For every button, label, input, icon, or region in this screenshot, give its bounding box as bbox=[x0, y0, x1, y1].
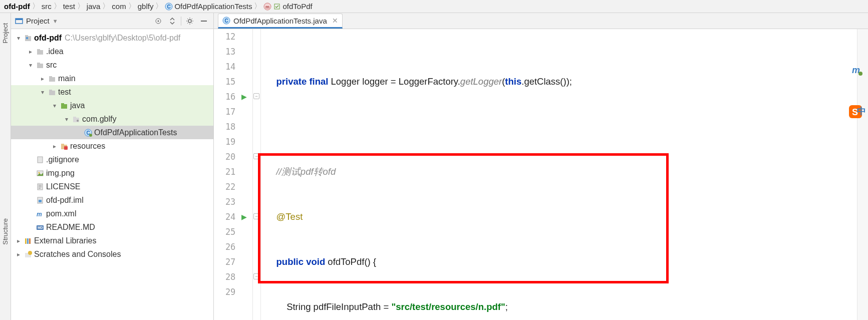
chevron-right-icon: 〉 bbox=[54, 2, 61, 11]
svg-text:m: m bbox=[37, 211, 42, 218]
tree-node-selected[interactable]: COfdPdfApplicationTests bbox=[11, 126, 213, 139]
svg-text:MD: MD bbox=[38, 226, 43, 229]
maven-icon: m bbox=[35, 210, 45, 218]
dropdown-icon[interactable]: ▼ bbox=[53, 18, 58, 24]
run-gutter[interactable]: ▶ ▶ bbox=[240, 29, 252, 320]
chevron-down-icon[interactable]: ▾ bbox=[62, 116, 71, 123]
tree-node[interactable]: ▾test bbox=[11, 85, 213, 99]
class-icon: C bbox=[165, 3, 173, 11]
svg-text:C: C bbox=[167, 4, 171, 10]
chevron-down-icon[interactable]: ▾ bbox=[50, 102, 59, 109]
project-sidebar: Project ▼ ▾ofd-pdfC:\Users\gblfy\Desktop… bbox=[11, 13, 214, 320]
chevron-down-icon[interactable]: ▾ bbox=[38, 89, 47, 96]
fold-icon[interactable]: − bbox=[253, 213, 259, 219]
tree-node-root[interactable]: ▾ofd-pdfC:\Users\gblfy\Desktop\5\ofd-pdf bbox=[11, 31, 213, 45]
tree-label: LICENSE bbox=[45, 182, 80, 191]
run-test-icon[interactable]: ▶ bbox=[241, 93, 247, 101]
tree-node[interactable]: ▾src bbox=[11, 58, 213, 72]
fold-icon[interactable]: − bbox=[253, 273, 259, 279]
svg-rect-33 bbox=[38, 157, 43, 163]
folder-icon bbox=[35, 61, 45, 69]
tree-node[interactable]: img.png bbox=[11, 166, 213, 180]
breadcrumb-item[interactable]: test bbox=[63, 2, 75, 11]
ime-lang-icon[interactable]: 中 bbox=[857, 105, 866, 117]
svg-rect-18 bbox=[49, 77, 55, 82]
breadcrumb-item[interactable]: ofdToPdf bbox=[282, 2, 312, 11]
separator bbox=[181, 17, 181, 26]
svg-rect-19 bbox=[49, 76, 52, 78]
breadcrumb-item[interactable]: gblfy bbox=[138, 2, 154, 11]
tree-node[interactable]: ▾java bbox=[11, 99, 213, 112]
image-icon bbox=[35, 169, 45, 177]
tree-node[interactable]: ▸main bbox=[11, 72, 213, 85]
breadcrumb-item[interactable]: ofd-pdf bbox=[4, 2, 30, 11]
tree-node[interactable]: LICENSE bbox=[11, 180, 213, 193]
run-test-icon[interactable]: ▶ bbox=[241, 213, 247, 221]
editor-tabbar: C OfdPdfApplicationTests.java ✕ bbox=[214, 13, 868, 29]
tree-node[interactable]: mpom.xml bbox=[11, 207, 213, 220]
structure-tool-button[interactable]: Structure bbox=[2, 218, 9, 245]
svg-rect-20 bbox=[49, 91, 55, 95]
tree-label: Scratches and Consoles bbox=[33, 250, 121, 259]
class-icon: C bbox=[83, 129, 93, 137]
svg-rect-31 bbox=[61, 144, 64, 145]
svg-text:C: C bbox=[224, 18, 228, 24]
tree-node[interactable]: MDREADME.MD bbox=[11, 220, 213, 234]
tree-label: main bbox=[57, 74, 76, 83]
chevron-down-icon[interactable]: ▾ bbox=[26, 62, 35, 69]
editor-gutter[interactable]: 12 13 14 15 16 17 18 19 20 21 22 23 24 2… bbox=[214, 29, 253, 320]
hide-icon[interactable] bbox=[198, 16, 209, 27]
chevron-right-icon[interactable]: ▸ bbox=[14, 251, 23, 258]
tree-label: java bbox=[69, 101, 85, 110]
close-icon[interactable]: ✕ bbox=[332, 17, 338, 25]
svg-point-53 bbox=[858, 72, 862, 76]
chevron-right-icon: 〉 bbox=[102, 2, 110, 11]
breadcrumb-item[interactable]: OfdPdfApplicationTests bbox=[174, 2, 252, 11]
resources-folder-icon bbox=[59, 142, 69, 150]
breadcrumb[interactable]: ofd-pdf 〉 src 〉 test 〉 java 〉 com 〉 gblf… bbox=[0, 0, 868, 13]
editor: C OfdPdfApplicationTests.java ✕ 12 13 14… bbox=[214, 13, 868, 320]
chevron-right-icon[interactable]: ▸ bbox=[14, 237, 23, 244]
svg-rect-16 bbox=[37, 64, 43, 68]
fold-icon[interactable]: − bbox=[253, 93, 259, 99]
folder-icon bbox=[35, 48, 45, 56]
tree-node-scratches[interactable]: ▸Scratches and Consoles bbox=[11, 247, 213, 261]
tree-label: resources bbox=[69, 142, 105, 151]
settings-icon[interactable] bbox=[184, 16, 195, 27]
module-icon bbox=[23, 34, 33, 42]
select-opened-file-icon[interactable] bbox=[153, 16, 164, 27]
fold-gutter[interactable]: − − − − bbox=[253, 29, 261, 320]
svg-rect-45 bbox=[25, 238, 27, 244]
iml-file-icon bbox=[35, 196, 45, 204]
tree-label: External Libraries bbox=[33, 236, 97, 245]
tree-label: README.MD bbox=[45, 223, 95, 232]
chevron-right-icon[interactable]: ▸ bbox=[26, 48, 35, 55]
tab-label: OfdPdfApplicationTests.java bbox=[233, 17, 327, 25]
svg-rect-6 bbox=[16, 19, 23, 20]
tree-node[interactable]: ▸.idea bbox=[11, 45, 213, 58]
tree-node[interactable]: ▾com.gblfy bbox=[11, 112, 213, 126]
svg-point-8 bbox=[158, 20, 159, 22]
tree-node[interactable]: .gitignore bbox=[11, 153, 213, 166]
fold-icon[interactable]: − bbox=[253, 153, 259, 159]
svg-rect-17 bbox=[37, 63, 40, 64]
project-tool-button[interactable]: Project bbox=[2, 23, 9, 43]
svg-rect-21 bbox=[49, 90, 52, 91]
code-text[interactable]: private final Logger logger = LoggerFact… bbox=[261, 29, 857, 320]
chevron-right-icon: 〉 bbox=[77, 2, 85, 11]
expand-all-icon[interactable] bbox=[167, 16, 178, 27]
chevron-right-icon[interactable]: ▸ bbox=[50, 143, 59, 150]
chevron-down-icon[interactable]: ▾ bbox=[14, 35, 23, 42]
project-tree[interactable]: ▾ofd-pdfC:\Users\gblfy\Desktop\5\ofd-pdf… bbox=[11, 29, 213, 320]
breadcrumb-item[interactable]: src bbox=[42, 2, 52, 11]
maven-tool-icon[interactable]: m bbox=[851, 64, 863, 76]
chevron-right-icon[interactable]: ▸ bbox=[38, 75, 47, 82]
tree-label: ofd-pdf bbox=[33, 34, 62, 43]
breadcrumb-item[interactable]: com bbox=[112, 2, 126, 11]
tree-node[interactable]: ▸resources bbox=[11, 139, 213, 153]
tree-node-external-libraries[interactable]: ▸External Libraries bbox=[11, 234, 213, 247]
editor-tab[interactable]: C OfdPdfApplicationTests.java ✕ bbox=[218, 14, 343, 29]
svg-text:m: m bbox=[265, 5, 269, 10]
tree-node[interactable]: ofd-pdf.iml bbox=[11, 193, 213, 207]
breadcrumb-item[interactable]: java bbox=[87, 2, 101, 11]
